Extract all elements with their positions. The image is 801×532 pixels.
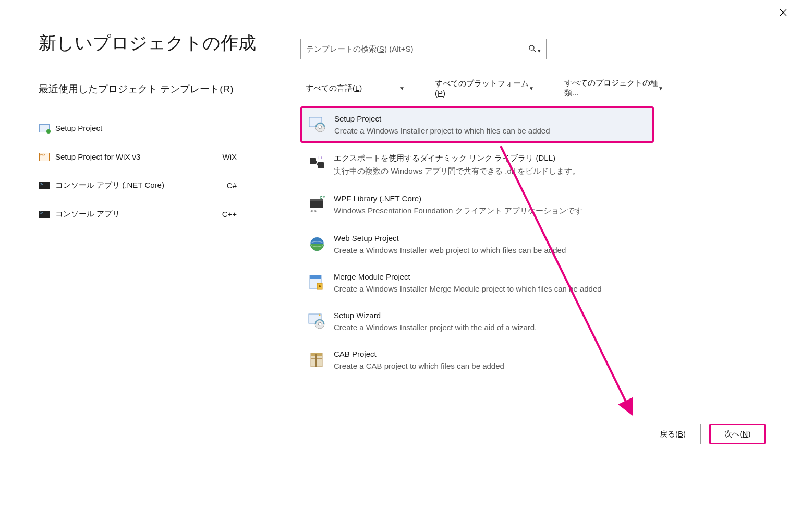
setup-project-icon: [308, 115, 327, 134]
back-button[interactable]: 戻る(B): [645, 424, 701, 444]
template-description: Create a Windows Installer Merge Module …: [334, 284, 602, 293]
wpf-library-icon: C# <□>: [308, 195, 326, 214]
chevron-down-icon: ▼: [529, 86, 534, 91]
recent-template-name: Setup Project: [55, 124, 237, 132]
recent-template-name: コンソール アプリ: [55, 209, 222, 219]
setup-wizard-icon: [308, 312, 326, 331]
recent-template-item[interactable]: コンソール アプリ (.NET Core) C#: [39, 171, 247, 200]
template-item-setup-wizard[interactable]: Setup Wizard Create a Windows Installer …: [300, 304, 654, 339]
template-name: CAB Project: [334, 349, 504, 358]
search-placeholder: テンプレートの検索(S) (Alt+S): [306, 44, 528, 54]
svg-point-18: [319, 285, 321, 287]
console-app-icon: [39, 180, 50, 191]
svg-text:++: ++: [318, 155, 323, 160]
template-description: 実行中の複数の Windows アプリ間で共有できる .dll をビルドします。: [334, 166, 580, 176]
recent-template-name: コンソール アプリ (.NET Core): [55, 180, 227, 190]
page-title: 新しいプロジェクトの作成: [39, 31, 256, 55]
filter-bar: すべての言語(L) ▼ すべてのプラットフォーム(P) ▼ すべてのプロジェクト…: [300, 79, 669, 97]
close-button[interactable]: [777, 7, 790, 20]
template-description: Create a CAB project to which files can …: [334, 361, 504, 370]
chevron-down-icon: ▼: [658, 86, 663, 91]
template-item-wpf-library[interactable]: C# <□> WPF Library (.NET Core) Windows P…: [300, 187, 654, 223]
template-description: Create a Windows Installer project to wh…: [334, 126, 550, 135]
template-description: Create a Windows Installer project with …: [334, 323, 537, 332]
template-name: Merge Module Project: [334, 272, 602, 281]
template-name: Setup Project: [334, 114, 550, 123]
template-item-cab-project[interactable]: CAB Project Create a CAB project to whic…: [300, 342, 654, 378]
template-list: Setup Project Create a Windows Installer…: [300, 106, 654, 381]
recent-template-item[interactable]: Setup Project for WiX v3 WiX: [39, 142, 247, 171]
template-item-web-setup[interactable]: Web Setup Project Create a Windows Insta…: [300, 226, 654, 262]
dll-icon: ++: [308, 154, 326, 173]
svg-rect-25: [315, 354, 317, 367]
template-item-merge-module[interactable]: Merge Module Project Create a Windows In…: [300, 265, 654, 300]
template-name: WPF Library (.NET Core): [334, 194, 582, 203]
recent-template-tag: C#: [227, 181, 237, 190]
filter-platform[interactable]: すべてのプラットフォーム(P) ▼: [430, 79, 539, 97]
svg-point-0: [529, 45, 534, 50]
svg-point-21: [318, 322, 321, 325]
setup-project-icon: [39, 123, 50, 134]
svg-rect-7: [318, 162, 324, 168]
footer-buttons: 戻る(B) 次へ(N): [645, 424, 766, 444]
recent-template-name: Setup Project for WiX v3: [55, 152, 223, 161]
svg-point-5: [319, 126, 322, 129]
template-name: Setup Wizard: [334, 311, 537, 320]
recent-templates-list: Setup Project Setup Project for WiX v3 W…: [39, 114, 247, 228]
svg-text:C#: C#: [320, 196, 325, 200]
recent-template-item[interactable]: Setup Project: [39, 114, 247, 142]
web-setup-icon: [308, 235, 326, 253]
search-icon[interactable]: ▾: [528, 44, 541, 54]
chevron-down-icon: ▼: [399, 86, 405, 91]
svg-rect-16: [310, 275, 321, 279]
filter-project-type[interactable]: すべてのプロジェクトの種類... ▼: [559, 79, 669, 97]
wix-project-icon: [39, 151, 50, 163]
recent-template-tag: WiX: [223, 152, 237, 161]
recent-template-tag: C++: [222, 210, 237, 219]
console-app-icon: [39, 209, 50, 220]
template-description: Create a Windows Installer web project t…: [334, 246, 566, 255]
close-icon: [780, 9, 787, 18]
filter-language[interactable]: すべての言語(L) ▼: [300, 79, 410, 97]
next-button[interactable]: 次へ(N): [709, 424, 766, 444]
search-input[interactable]: テンプレートの検索(S) (Alt+S) ▾: [300, 39, 547, 59]
merge-module-icon: [308, 273, 326, 292]
template-item-setup-project[interactable]: Setup Project Create a Windows Installer…: [300, 106, 654, 143]
svg-rect-6: [310, 158, 316, 164]
template-description: Windows Presentation Foundation クライアント ア…: [334, 206, 582, 216]
svg-text:<□>: <□>: [310, 209, 317, 213]
template-name: Web Setup Project: [334, 234, 566, 243]
recent-templates-heading: 最近使用したプロジェクト テンプレート(R): [39, 82, 234, 96]
template-item-dll-export[interactable]: ++ エクスポートを使用するダイナミック リンク ライブラリ (DLL) 実行中…: [300, 146, 654, 184]
svg-line-1: [533, 50, 536, 52]
template-name: エクスポートを使用するダイナミック リンク ライブラリ (DLL): [334, 153, 580, 163]
cab-project-icon: [308, 350, 326, 369]
recent-template-item[interactable]: コンソール アプリ C++: [39, 200, 247, 228]
